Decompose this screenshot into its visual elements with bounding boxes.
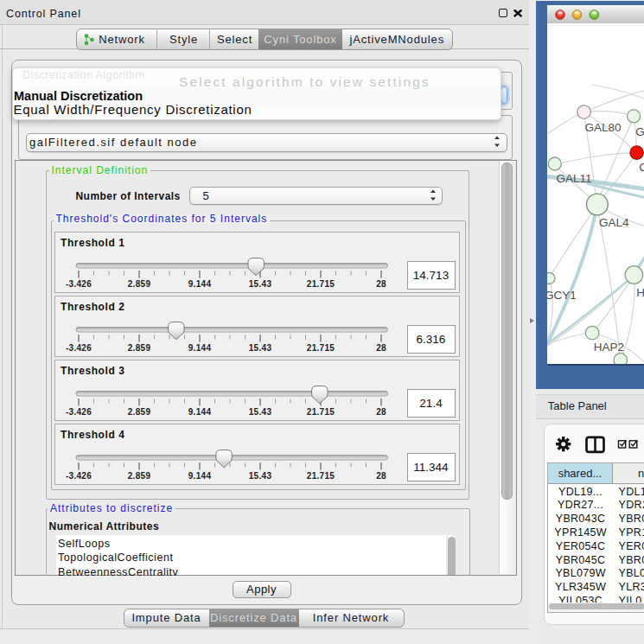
svg-text:GCY1: GCY1 — [547, 289, 577, 302]
svg-text:H: H — [636, 286, 644, 299]
svg-text:HAP2: HAP2 — [593, 341, 623, 354]
svg-text:GAL80: GAL80 — [584, 121, 621, 134]
svg-text:GAL4: GAL4 — [599, 216, 629, 229]
svg-text:C: C — [639, 161, 644, 174]
svg-text:GAL11: GAL11 — [556, 172, 591, 185]
svg-text:GA: GA — [635, 125, 644, 138]
